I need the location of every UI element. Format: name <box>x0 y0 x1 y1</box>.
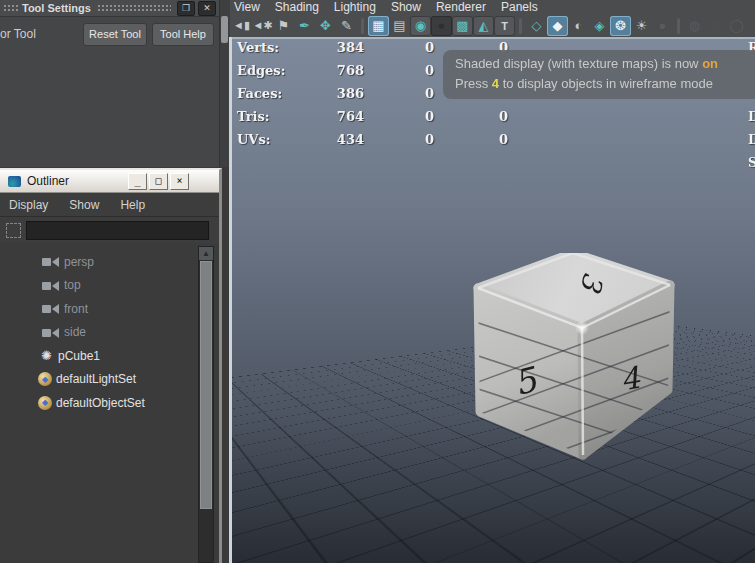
reset-tool-button[interactable]: Reset Tool <box>83 23 147 46</box>
maya-app-icon <box>8 176 21 187</box>
hud-row-tris: Tris:76400 <box>237 109 508 124</box>
outliner-titlebar[interactable]: Outliner _ □ × <box>0 170 219 193</box>
smooth-shade-icon[interactable]: ◆ <box>547 16 568 36</box>
tooltip-hotkey-4: 4 <box>492 76 499 91</box>
shadows-icon[interactable]: ● <box>652 16 673 36</box>
tool-help-button[interactable]: Tool Help <box>152 23 214 46</box>
grease-pencil-icon[interactable]: ✎ <box>336 16 357 36</box>
hud-edge-label: D <box>748 109 755 124</box>
viewport-menubar: View Shading Lighting Show Renderer Pane… <box>229 0 755 14</box>
menu-show[interactable]: Show <box>69 198 99 212</box>
gate-mask-icon[interactable]: ● <box>431 16 452 36</box>
resolution-gate-icon[interactable]: ◉ <box>410 16 431 36</box>
toolbar-separator <box>361 18 364 34</box>
active-viewport-border-left <box>229 37 232 563</box>
outliner-search-input[interactable] <box>26 221 209 240</box>
safe-title-icon[interactable]: T <box>494 16 515 36</box>
tool-settings-title: Tool Settings <box>22 2 91 14</box>
tool-settings-panel: Tool Settings ❐ ✕ or Tool Reset Tool Too… <box>0 0 219 167</box>
tool-settings-header[interactable]: Tool Settings ❐ ✕ <box>0 0 219 17</box>
panel-grip-dots <box>97 4 171 13</box>
poly-mesh-icon: ✺ <box>38 349 55 362</box>
tooltip-state-on: on <box>702 56 718 71</box>
lights-icon[interactable]: ☀ <box>631 16 652 36</box>
wireframe-icon[interactable]: ◇ <box>526 16 547 36</box>
outliner-item-front[interactable]: front <box>0 297 219 321</box>
outliner-item-defaultobjectset[interactable]: ◆ defaultObjectSet <box>0 391 219 415</box>
viewport-canvas[interactable]: 3 5 4 Verts:38400 Edges:7680 Faces:3860 … <box>229 39 755 563</box>
selection-filter-icon[interactable] <box>6 223 21 238</box>
hud-row-edges: Edges:7680 <box>237 63 434 78</box>
grid-icon[interactable]: ▦ <box>368 16 389 36</box>
current-tool-label: or Tool <box>0 27 36 41</box>
hud-edge-label: D <box>748 132 755 147</box>
motion-blur-icon[interactable]: ◌ <box>705 16 726 36</box>
camera-attributes-icon[interactable]: ◄✱ <box>252 16 273 36</box>
image-plane-icon[interactable]: ✒ <box>294 16 315 36</box>
pcube-mesh[interactable]: 3 5 4 <box>448 253 678 463</box>
outliner-menubar: Display Show Help <box>0 193 219 217</box>
camera-icon <box>42 328 59 337</box>
outliner-item-side[interactable]: side <box>0 321 219 345</box>
outliner-list: persp top front side ✺ pCube1 ◆ defaultL… <box>0 243 219 415</box>
outliner-window: Outliner _ □ × Display Show Help persp t… <box>0 168 222 563</box>
hud-row-faces: Faces:3860 <box>237 86 434 101</box>
bookmark-icon[interactable]: ⚑ <box>273 16 294 36</box>
textured-icon[interactable]: ◈ <box>589 16 610 36</box>
viewport-toolbar: ◄▮ ◄✱ ⚑ ✒ ✥ ✎ ▦ ▤ ◉ ● ▩ ◭ T ◇ ◆ ◐ ◈ ❂ ☀ … <box>229 14 755 37</box>
camera-icon <box>42 281 59 290</box>
menu-display[interactable]: Display <box>9 198 48 212</box>
menu-view[interactable]: View <box>234 0 260 14</box>
outliner-scrollbar[interactable]: ▲ <box>198 246 214 563</box>
outliner-search-row <box>0 217 219 243</box>
menu-lighting[interactable]: Lighting <box>334 0 376 14</box>
panel-grip-dots <box>3 4 19 13</box>
menu-renderer[interactable]: Renderer <box>436 0 486 14</box>
outliner-item-pcube1[interactable]: ✺ pCube1 <box>0 344 219 368</box>
select-camera-icon[interactable]: ◄▮ <box>231 16 252 36</box>
toolbar-separator <box>519 18 522 34</box>
outliner-title: Outliner <box>27 174 69 188</box>
toolbar-separator <box>677 18 680 34</box>
safe-action-icon[interactable]: ◭ <box>473 16 494 36</box>
outliner-item-persp[interactable]: persp <box>0 250 219 274</box>
shading-tooltip: Shaded display (with texture maps) is no… <box>443 50 755 99</box>
pan-zoom-icon[interactable]: ✥ <box>315 16 336 36</box>
close-panel-icon[interactable]: ✕ <box>198 1 216 16</box>
viewport-panel: View Shading Lighting Show Renderer Pane… <box>229 0 755 563</box>
scrollbar-thumb[interactable] <box>221 16 228 43</box>
field-chart-icon[interactable]: ▩ <box>452 16 473 36</box>
flat-shade-icon[interactable]: ◐ <box>568 16 589 36</box>
hud-edge-label: S <box>748 155 755 170</box>
film-gate-icon[interactable]: ▤ <box>389 16 410 36</box>
maximize-icon[interactable]: □ <box>149 173 168 190</box>
menu-show[interactable]: Show <box>391 0 421 14</box>
outliner-item-top[interactable]: top <box>0 274 219 298</box>
menu-shading[interactable]: Shading <box>275 0 319 14</box>
camera-icon <box>42 257 59 266</box>
minimize-icon[interactable]: _ <box>128 173 147 190</box>
outliner-item-defaultlightset[interactable]: ◆ defaultLightSet <box>0 368 219 392</box>
float-panel-icon[interactable]: ❐ <box>177 1 195 16</box>
use-default-material-icon[interactable]: ❂ <box>610 16 631 36</box>
scrollbar-thumb[interactable] <box>200 261 212 509</box>
camera-icon <box>42 304 59 313</box>
menu-help[interactable]: Help <box>120 198 145 212</box>
object-set-icon: ◆ <box>38 396 52 410</box>
close-icon[interactable]: × <box>170 173 189 190</box>
maya-window: View Shading Lighting Show Renderer Pane… <box>0 0 755 563</box>
hud-row-uvs: UVs:43400 <box>237 132 508 147</box>
menu-panels[interactable]: Panels <box>501 0 538 14</box>
scroll-up-icon[interactable]: ▲ <box>199 247 213 260</box>
multisample-icon[interactable]: ◯ <box>726 16 747 36</box>
object-set-icon: ◆ <box>38 372 52 386</box>
occlusion-icon[interactable]: ◍ <box>684 16 705 36</box>
